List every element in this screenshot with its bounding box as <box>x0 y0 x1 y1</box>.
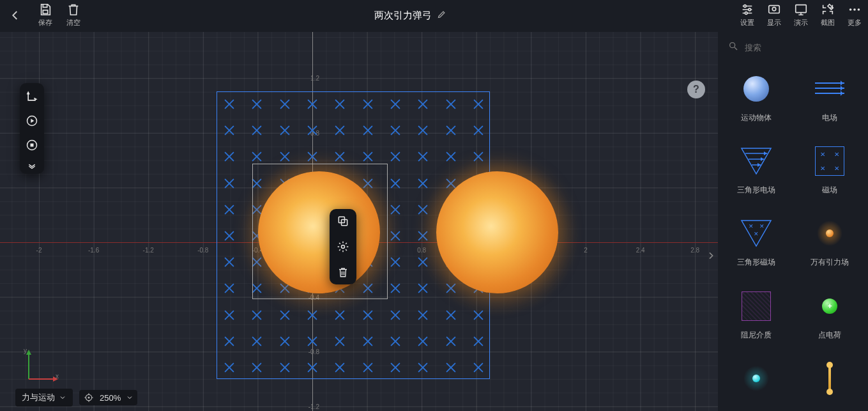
triangle-mfield-icon: ✕✕ ✕ <box>739 216 773 251</box>
field-cross-icon <box>362 362 374 373</box>
field-cross-icon <box>224 336 235 347</box>
selection-box[interactable] <box>252 164 388 299</box>
present-icon <box>794 3 808 17</box>
object-settings-button[interactable] <box>336 240 350 254</box>
field-cross-icon <box>390 178 401 189</box>
more-icon <box>848 3 862 17</box>
field-cross-icon <box>445 336 457 347</box>
field-cross-icon <box>362 309 374 321</box>
field-cross-icon <box>473 336 484 347</box>
chevron-down-icon[interactable] <box>126 394 133 401</box>
save-label: 保存 <box>38 18 52 27</box>
mode-dropdown[interactable]: 力与运动 <box>15 389 73 407</box>
screenshot-button[interactable]: 截图 <box>821 3 835 27</box>
field-cross-icon <box>224 204 235 215</box>
panel-item-label: 点电荷 <box>818 330 841 341</box>
panel-item-magnetic-field[interactable]: ✕✕ ✕✕ 磁场 <box>796 144 865 198</box>
panel-item-extra-b[interactable] <box>796 361 865 405</box>
field-cross-icon <box>417 336 429 347</box>
panel-item-gravity-field[interactable]: 万有引力场 <box>796 216 865 270</box>
svg-text:✕: ✕ <box>759 223 765 229</box>
clear-label: 清空 <box>66 18 80 27</box>
more-button[interactable]: 更多 <box>848 3 862 27</box>
field-cross-icon <box>473 98 484 110</box>
search-input[interactable] <box>745 43 858 52</box>
panel-item-label: 磁场 <box>822 185 837 196</box>
back-button[interactable] <box>6 3 24 28</box>
panel-item-triangle-efield[interactable]: 三角形电场 <box>722 144 791 198</box>
settings-button[interactable]: 设置 <box>740 3 754 27</box>
field-cross-icon <box>334 98 346 110</box>
field-cross-icon <box>251 151 263 162</box>
svg-text:✕: ✕ <box>749 223 754 229</box>
svg-point-1 <box>744 5 747 8</box>
mini-axes-indicator: y x <box>22 347 61 385</box>
svg-rect-4 <box>769 6 780 13</box>
field-cross-icon <box>334 362 346 373</box>
clear-button[interactable]: 清空 <box>66 3 80 27</box>
delete-object-button[interactable] <box>336 265 350 279</box>
gravity-object-b[interactable] <box>436 171 558 293</box>
svg-rect-6 <box>796 5 807 13</box>
present-button[interactable]: 演示 <box>794 3 808 27</box>
chevron-down-icon <box>59 394 66 401</box>
field-cross-icon <box>445 151 457 162</box>
expand-toolbar-button[interactable] <box>25 162 39 170</box>
panel-item-moving-body[interactable]: 运动物体 <box>722 72 791 126</box>
field-cross-icon <box>251 362 263 373</box>
svg-rect-16 <box>31 144 34 147</box>
field-cross-icon <box>362 125 374 136</box>
field-cross-icon <box>445 125 457 136</box>
panel-item-extra-a[interactable] <box>722 361 791 405</box>
help-button[interactable]: ? <box>687 81 705 98</box>
search-icon <box>728 41 738 54</box>
bottom-bar: 力与运动 250% <box>15 388 137 407</box>
panel-item-triangle-mfield[interactable]: ✕✕ ✕ 三角形磁场 <box>722 216 791 270</box>
svg-marker-25 <box>742 148 771 174</box>
save-button[interactable]: 保存 <box>38 3 52 27</box>
display-label: 显示 <box>767 18 781 27</box>
display-button[interactable]: 显示 <box>767 3 781 27</box>
svg-point-12 <box>342 245 345 249</box>
tick-y: -1.2 <box>300 403 319 410</box>
zoom-value[interactable]: 250% <box>100 393 121 403</box>
panel-item-label: 电场 <box>822 112 837 123</box>
panel-item-electric-field[interactable]: 电场 <box>796 72 865 126</box>
svg-point-3 <box>745 12 747 15</box>
axis-x-label: x <box>56 373 59 380</box>
play-button[interactable] <box>25 114 39 128</box>
panel-collapse-button[interactable] <box>705 243 717 268</box>
duplicate-button[interactable] <box>336 214 350 228</box>
field-cross-icon <box>251 125 263 136</box>
svg-marker-18 <box>26 350 31 355</box>
canvas[interactable]: -2-1.6-1.2-0.8-0.40.40.81.21.622.42.83.2… <box>0 32 718 411</box>
edit-title-button[interactable] <box>437 10 446 21</box>
panel-item-damping-medium[interactable]: 阻尼介质 <box>722 289 791 343</box>
panel-item-label: 三角形电场 <box>737 185 775 196</box>
svg-text:✕: ✕ <box>754 231 759 237</box>
field-cross-icon <box>279 125 291 136</box>
field-cross-icon <box>390 362 401 373</box>
field-cross-icon <box>224 362 235 373</box>
recenter-button[interactable] <box>83 392 95 403</box>
field-cross-icon <box>251 336 263 347</box>
simulation-toolbar <box>20 83 44 174</box>
field-cross-icon <box>390 151 401 162</box>
stop-button[interactable] <box>25 138 39 152</box>
panel-item-point-charge[interactable]: + 点电荷 <box>796 289 865 343</box>
field-cross-icon <box>334 125 346 136</box>
tick-y: 1.2 <box>300 75 319 82</box>
save-icon <box>38 3 52 17</box>
svg-line-24 <box>735 47 737 50</box>
efield-icon <box>812 72 847 106</box>
sliders-icon <box>740 3 754 17</box>
field-cross-icon <box>224 125 235 136</box>
svg-point-22 <box>88 397 89 398</box>
field-cross-icon <box>279 98 291 110</box>
origin-tool-button[interactable] <box>25 89 39 104</box>
field-cross-icon <box>224 256 235 268</box>
field-cross-icon <box>445 98 457 110</box>
svg-point-8 <box>853 8 856 11</box>
rod-icon <box>812 361 847 396</box>
trash-icon <box>66 3 80 17</box>
